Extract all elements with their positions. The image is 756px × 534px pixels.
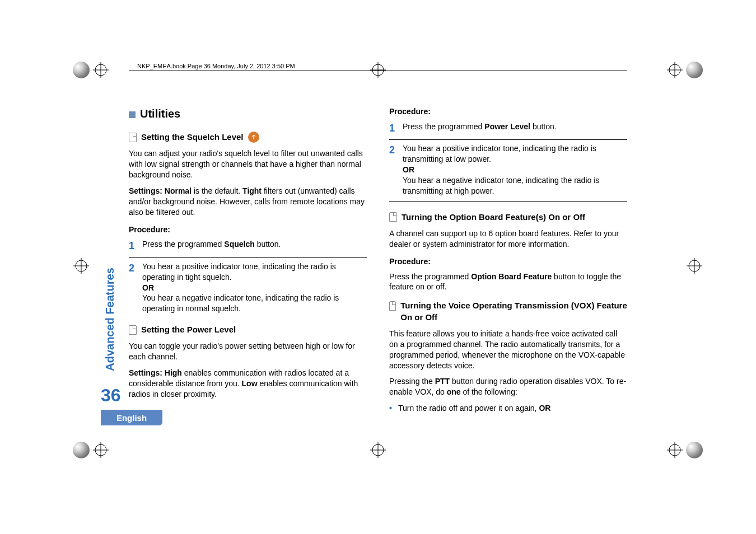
registration-mark bbox=[92, 442, 109, 458]
bold-text: Squelch bbox=[224, 240, 254, 249]
body-text: button. bbox=[255, 240, 281, 249]
subheading-text: Setting the Power Level bbox=[141, 324, 236, 335]
corner-ball bbox=[686, 442, 703, 458]
body-text: Press the programmed bbox=[403, 122, 484, 131]
registration-mark bbox=[73, 257, 90, 274]
bold-text: OR bbox=[142, 283, 154, 292]
body-paragraph: Settings: High enables communication wit… bbox=[129, 368, 367, 400]
registration-mark bbox=[370, 442, 386, 458]
bold-text: Power Level bbox=[484, 122, 530, 131]
step-number: 2 bbox=[389, 143, 403, 196]
bold-text: Tight bbox=[242, 186, 262, 195]
body-text: Turn the radio off and power it on again… bbox=[398, 404, 539, 413]
body-paragraph: Press the programmed Option Board Featur… bbox=[389, 271, 627, 293]
divider bbox=[389, 201, 627, 202]
page-icon bbox=[389, 212, 397, 222]
step-number: 1 bbox=[389, 121, 403, 135]
body-paragraph: A channel can support up to 6 option boa… bbox=[389, 228, 627, 250]
page-icon bbox=[129, 325, 137, 335]
body-paragraph: Settings: Normal is the default. Tight f… bbox=[129, 186, 367, 218]
antenna-icon bbox=[248, 132, 259, 143]
bold-text: OR bbox=[403, 165, 414, 174]
section-bullet-icon bbox=[129, 111, 136, 118]
left-column: Utilities Setting the Squelch Level You … bbox=[129, 106, 367, 428]
subheading-text: Turning the Option Board Feature(s) On o… bbox=[402, 212, 585, 223]
bold-text: Settings: Normal bbox=[129, 186, 192, 195]
running-head: NKP_EMEA.book Page 36 Monday, July 2, 20… bbox=[137, 63, 295, 69]
procedure-label: Procedure: bbox=[389, 256, 627, 267]
procedure-step: 1 Press the programmed Squelch button. bbox=[129, 239, 367, 252]
subheading-text: Turning the Voice Operating Transmission… bbox=[400, 300, 627, 323]
subheading-text: Setting the Squelch Level bbox=[141, 132, 244, 143]
step-number: 2 bbox=[129, 261, 142, 314]
body-text: Press the programmed bbox=[142, 240, 224, 249]
step-number: 1 bbox=[129, 239, 142, 252]
page-content: Utilities Setting the Squelch Level You … bbox=[129, 106, 627, 428]
procedure-label: Procedure: bbox=[129, 224, 367, 235]
body-paragraph: Pressing the PTT button during radio ope… bbox=[389, 376, 627, 397]
step-body: You hear a positive indicator tone, indi… bbox=[403, 143, 627, 196]
body-text: Press the programmed bbox=[389, 272, 471, 281]
bold-text: one bbox=[447, 387, 461, 396]
registration-mark bbox=[666, 62, 683, 78]
step-body: Press the programmed Squelch button. bbox=[142, 239, 367, 252]
body-text: Pressing the bbox=[389, 377, 435, 386]
registration-mark bbox=[92, 62, 109, 78]
body-text: You hear a negative indicator tone, indi… bbox=[403, 176, 599, 195]
subheading-row: Turning the Option Board Feature(s) On o… bbox=[389, 212, 627, 223]
body-paragraph: This feature allows you to initiate a ha… bbox=[389, 329, 627, 371]
corner-ball bbox=[73, 442, 90, 458]
corner-ball bbox=[686, 62, 703, 78]
body-text: You hear a positive indicator tone, indi… bbox=[142, 262, 336, 282]
page-number: 36 bbox=[101, 385, 121, 406]
procedure-step: 2 You hear a positive indicator tone, in… bbox=[129, 261, 367, 314]
procedure-step: 1 Press the programmed Power Level butto… bbox=[389, 121, 627, 135]
side-tab: Advanced Features bbox=[94, 246, 125, 392]
step-body: You hear a positive indicator tone, indi… bbox=[142, 261, 367, 314]
bold-text: Option Board Feature bbox=[471, 272, 552, 281]
bold-text: Low bbox=[242, 379, 258, 388]
corner-ball bbox=[73, 62, 90, 78]
body-text: You hear a negative indicator tone, indi… bbox=[142, 293, 339, 313]
list-item-body: Turn the radio off and power it on again… bbox=[398, 403, 550, 414]
bold-text: PTT bbox=[435, 377, 450, 386]
list-item: • Turn the radio off and power it on aga… bbox=[389, 403, 627, 414]
registration-mark bbox=[666, 442, 683, 458]
bullet-icon: • bbox=[389, 403, 398, 414]
page-icon bbox=[129, 133, 137, 142]
subheading-row: Turning the Voice Operating Transmission… bbox=[389, 300, 627, 323]
step-body: Press the programmed Power Level button. bbox=[403, 121, 627, 135]
body-paragraph: You can adjust your radio's squelch leve… bbox=[129, 148, 367, 180]
body-text: of the following: bbox=[461, 387, 517, 396]
section-heading-text: Utilities bbox=[140, 107, 180, 120]
bold-text: Settings: High bbox=[129, 368, 182, 377]
body-paragraph: You can toggle your radio's power settin… bbox=[129, 341, 367, 362]
header-rule bbox=[129, 71, 627, 72]
subheading-row: Setting the Squelch Level bbox=[129, 132, 367, 143]
divider bbox=[389, 139, 627, 140]
procedure-label: Procedure: bbox=[389, 106, 627, 117]
body-text: button. bbox=[530, 122, 557, 131]
procedure-step: 2 You hear a positive indicator tone, in… bbox=[389, 143, 627, 196]
registration-mark bbox=[370, 62, 386, 78]
subheading-row: Setting the Power Level bbox=[129, 324, 367, 335]
divider bbox=[129, 257, 367, 258]
body-text: You hear a positive indicator tone, indi… bbox=[403, 144, 596, 163]
bold-text: OR bbox=[539, 404, 550, 413]
right-column: Procedure: 1 Press the programmed Power … bbox=[389, 106, 627, 428]
section-heading: Utilities bbox=[129, 106, 367, 121]
side-tab-label: Advanced Features bbox=[104, 268, 116, 371]
registration-mark bbox=[686, 257, 703, 274]
page-icon bbox=[389, 301, 396, 311]
body-text: is the default. bbox=[192, 186, 242, 195]
